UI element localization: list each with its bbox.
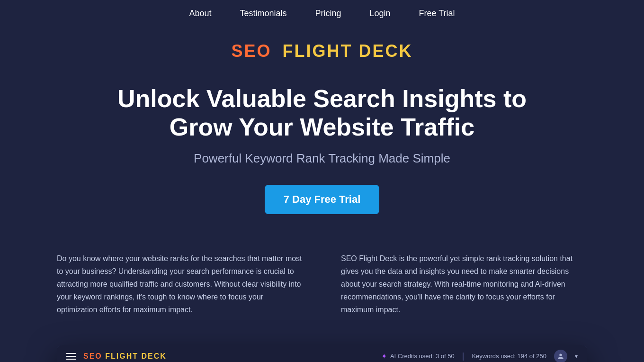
dashboard-logo-fd: FLIGHT DECK bbox=[105, 352, 167, 360]
keywords-used-label: Keywords used: 194 of 250 bbox=[472, 353, 546, 360]
hero-subheadline: Powerful Keyword Rank Tracking Made Simp… bbox=[9, 151, 635, 166]
content-right-text: SEO Flight Deck is the powerful yet simp… bbox=[341, 252, 587, 317]
content-section: Do you know where your website ranks for… bbox=[0, 224, 644, 335]
ai-credits-label: AI Credits used: 3 of 50 bbox=[390, 353, 455, 360]
hero-section: Unlock Valuable Search Insights to Grow … bbox=[0, 66, 644, 224]
dashboard-screenshot: SEO FLIGHT DECK ✦ AI Credits used: 3 of … bbox=[57, 345, 587, 362]
cta-button[interactable]: 7 Day Free Trial bbox=[265, 185, 380, 214]
ai-credits: ✦ AI Credits used: 3 of 50 bbox=[381, 352, 455, 361]
user-chevron-icon[interactable]: ▾ bbox=[575, 353, 578, 360]
nav-testimonials[interactable]: Testimonials bbox=[240, 9, 286, 18]
dashboard-topbar: SEO FLIGHT DECK ✦ AI Credits used: 3 of … bbox=[57, 345, 587, 362]
logo-section: SEO FLIGHT DECK bbox=[0, 41, 644, 61]
site-logo[interactable]: SEO FLIGHT DECK bbox=[231, 41, 412, 61]
hero-headline: Unlock Valuable Search Insights to Grow … bbox=[90, 85, 554, 142]
dashboard-topbar-right: ✦ AI Credits used: 3 of 50 | Keywords us… bbox=[381, 350, 578, 362]
ai-credits-icon: ✦ bbox=[381, 352, 387, 361]
user-avatar[interactable] bbox=[554, 350, 567, 362]
content-left: Do you know where your website ranks for… bbox=[57, 252, 303, 317]
logo-seo: SEO bbox=[231, 41, 271, 61]
dashboard-logo-seo: SEO bbox=[83, 352, 102, 360]
navigation: About Testimonials Pricing Login Free Tr… bbox=[0, 0, 644, 27]
logo-flight-deck: FLIGHT DECK bbox=[283, 41, 413, 61]
nav-pricing[interactable]: Pricing bbox=[315, 9, 341, 18]
content-left-text: Do you know where your website ranks for… bbox=[57, 252, 303, 317]
hamburger-icon[interactable] bbox=[66, 353, 76, 360]
nav-free-trial[interactable]: Free Trial bbox=[419, 9, 455, 18]
topbar-separator: | bbox=[462, 351, 465, 361]
nav-about[interactable]: About bbox=[189, 9, 211, 18]
dashboard-logo: SEO FLIGHT DECK bbox=[83, 352, 167, 361]
content-right: SEO Flight Deck is the powerful yet simp… bbox=[341, 252, 587, 317]
nav-login[interactable]: Login bbox=[370, 9, 391, 18]
